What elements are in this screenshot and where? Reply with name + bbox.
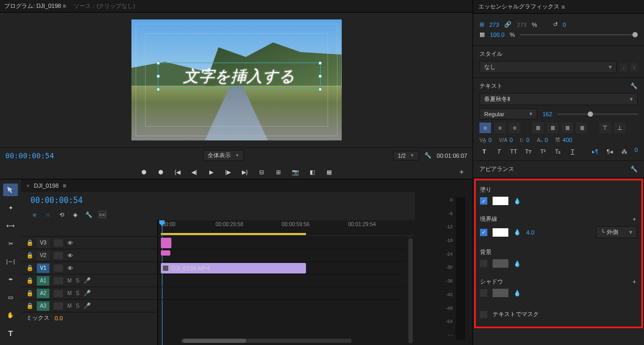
eyedropper-icon[interactable]: 💧 — [514, 229, 521, 236]
marker-icon[interactable]: ◈ — [71, 211, 79, 218]
rotate-icon[interactable]: ↺ — [553, 21, 558, 28]
justify-full-icon[interactable]: ≣ — [576, 123, 588, 133]
program-timecode-in[interactable]: 00:00:00:54 — [5, 151, 54, 160]
extract-icon[interactable]: ⊞ — [274, 167, 283, 177]
fill-checkbox[interactable]: ✓ — [480, 197, 487, 205]
magnet-icon[interactable]: ∩ — [44, 211, 52, 218]
eyedropper-icon[interactable]: 💧 — [514, 260, 521, 267]
shadow-color-swatch[interactable] — [493, 289, 508, 297]
track-v3[interactable]: V3 — [37, 238, 49, 248]
lock-icon[interactable]: 🔒 — [26, 265, 33, 271]
eye-icon[interactable]: 👁 — [67, 240, 73, 246]
justify-left-icon[interactable]: ≣ — [532, 123, 544, 133]
scrollbar-vertical[interactable] — [408, 238, 413, 343]
source-tab[interactable]: ソース：(クリップなし) — [74, 2, 135, 10]
go-out-icon[interactable]: ▶} — [240, 167, 250, 177]
down-arrow-icon[interactable]: ↓ — [620, 63, 627, 72]
track-v1[interactable]: V1 — [37, 263, 49, 273]
track-v2[interactable]: V2 — [37, 251, 49, 260]
snap-icon[interactable]: ⚹ — [30, 211, 38, 218]
eye-icon[interactable]: 👁 — [67, 252, 73, 259]
fill-color-swatch[interactable] — [493, 197, 508, 205]
compare-icon[interactable]: ◧ — [308, 167, 317, 177]
mark-in-icon[interactable]: ⬢ — [139, 167, 149, 177]
opacity-value[interactable]: 100.0 — [490, 32, 505, 38]
close-icon[interactable]: × — [26, 182, 29, 189]
eye-icon[interactable]: 👁 — [67, 265, 73, 271]
style-dropdown[interactable]: なし▾ — [479, 61, 617, 73]
smallcaps-icon[interactable]: Tᴛ — [524, 147, 533, 156]
graphics-clip[interactable] — [161, 250, 170, 256]
text-layer-bounds[interactable]: 文字を挿入する — [158, 63, 321, 90]
mic-icon[interactable]: 🎤 — [84, 302, 91, 309]
align-center-icon[interactable]: ≡ — [494, 123, 506, 133]
scrollbar-horizontal[interactable] — [181, 339, 352, 343]
type-tool-icon[interactable]: T — [3, 327, 18, 339]
lock-icon[interactable]: 🔒 — [26, 302, 33, 309]
ripple-tool-icon[interactable]: ⟷ — [3, 219, 18, 232]
valign-bottom-icon[interactable]: ⊥ — [614, 123, 626, 133]
underline-icon[interactable]: T — [568, 147, 577, 156]
settings-icon[interactable]: 🔧 — [85, 211, 93, 218]
font-dropdown[interactable]: 春夏秋冬Ⅱ▾ — [479, 93, 638, 105]
safe-margin-icon[interactable]: ▦ — [324, 167, 334, 177]
stroke-color-swatch[interactable] — [493, 228, 508, 237]
font-weight-dropdown[interactable]: Regular▾ — [479, 108, 537, 119]
track-a3[interactable]: A3 — [37, 301, 49, 311]
track-a1[interactable]: A1 — [37, 276, 49, 286]
eyedropper-icon[interactable]: 💧 — [514, 198, 521, 205]
video-clip[interactable]: DJI_0198.MP4 — [161, 263, 306, 273]
program-timecode-out[interactable]: 00:01:06:07 — [437, 153, 467, 159]
align-left-icon[interactable]: ≡ — [479, 123, 491, 133]
hand-tool-icon[interactable]: ✋ — [3, 309, 18, 321]
track-a2[interactable]: A2 — [37, 289, 49, 298]
cc-icon[interactable]: CC — [99, 211, 106, 218]
ltr-icon[interactable]: ¶◂ — [605, 147, 615, 156]
stroke-width[interactable]: 4.0 — [526, 229, 534, 236]
background-checkbox[interactable]: ✓ — [480, 260, 487, 267]
justify-right-icon[interactable]: ≣ — [561, 123, 573, 133]
zoom-dropdown[interactable]: 1/2▼ — [393, 151, 419, 160]
wrench-icon[interactable]: 🔧 — [630, 166, 638, 172]
step-fwd-icon[interactable]: |▶ — [223, 167, 233, 177]
slip-tool-icon[interactable]: |↔| — [3, 255, 18, 268]
go-in-icon[interactable]: {◀ — [173, 167, 182, 177]
opacity-icon[interactable]: ▩ — [479, 31, 485, 38]
lock-icon[interactable]: 🔒 — [26, 277, 33, 284]
step-back-icon[interactable]: ◀| — [190, 167, 199, 177]
fit-dropdown[interactable]: 全体表示▼ — [203, 150, 244, 161]
background-color-swatch[interactable] — [493, 259, 508, 268]
italic-icon[interactable]: T — [494, 147, 504, 156]
lock-icon[interactable]: 🔒 — [26, 252, 33, 259]
link-icon[interactable]: ⟲ — [58, 211, 65, 218]
pen-tool-icon[interactable]: ✒ — [3, 273, 18, 286]
export-frame-icon[interactable]: 📷 — [291, 167, 300, 177]
opacity-slider[interactable] — [520, 34, 638, 35]
mix-value[interactable]: 0.0 — [55, 315, 63, 321]
graphics-clip[interactable] — [161, 238, 171, 248]
pin-icon[interactable]: ⊞ — [479, 21, 484, 28]
lock-icon[interactable]: 🔒 — [26, 290, 33, 297]
rectangle-tool-icon[interactable]: ▭ — [3, 291, 18, 303]
timeline-timecode[interactable]: 00:00:00:54 — [30, 196, 83, 205]
rtl-icon[interactable]: ▸¶ — [590, 147, 600, 156]
timeline-tab[interactable]: DJI_0198 — [34, 182, 58, 189]
wrench-icon[interactable]: 🔧 — [424, 152, 432, 159]
stroke-checkbox[interactable]: ✓ — [480, 229, 487, 236]
add-icon[interactable]: ＋ — [631, 215, 637, 223]
bold-icon[interactable]: T — [479, 147, 489, 156]
justify-center-icon[interactable]: ≣ — [547, 123, 558, 133]
font-size-value[interactable]: 162 — [543, 111, 552, 117]
digits-icon[interactable]: ⁂ — [620, 147, 629, 156]
selection-tool-icon[interactable] — [3, 184, 18, 196]
mark-out-icon[interactable]: ⬢ — [156, 167, 166, 177]
wrench-icon[interactable]: 🔧 — [630, 83, 638, 89]
razor-tool-icon[interactable]: ✂ — [3, 237, 18, 250]
program-viewer[interactable]: 文字を挿入する — [131, 19, 342, 140]
eyedropper-icon[interactable]: 💧 — [514, 290, 521, 297]
mic-icon[interactable]: 🎤 — [84, 277, 91, 284]
link-icon[interactable]: 🔗 — [504, 21, 512, 28]
subscript-icon[interactable]: T₂ — [553, 147, 563, 156]
toggle-output-icon[interactable] — [54, 239, 63, 247]
button-editor-icon[interactable]: ＋ — [458, 167, 465, 177]
